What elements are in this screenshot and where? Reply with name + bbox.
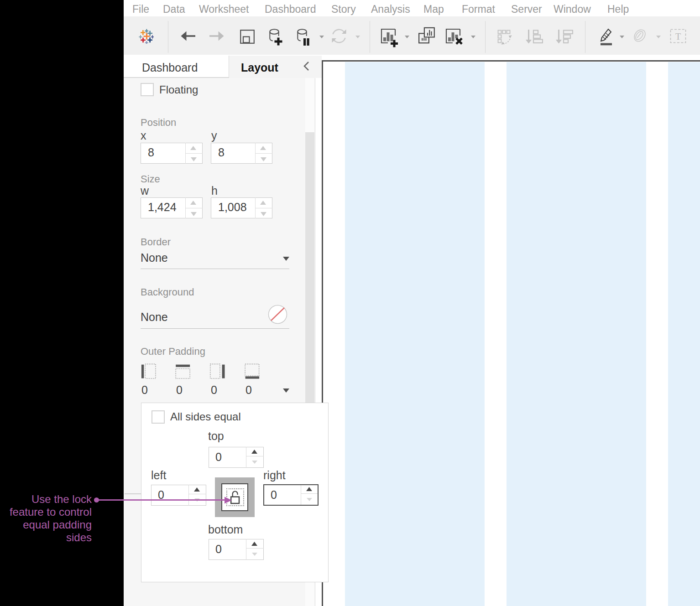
svg-text:T: T [675, 31, 681, 41]
